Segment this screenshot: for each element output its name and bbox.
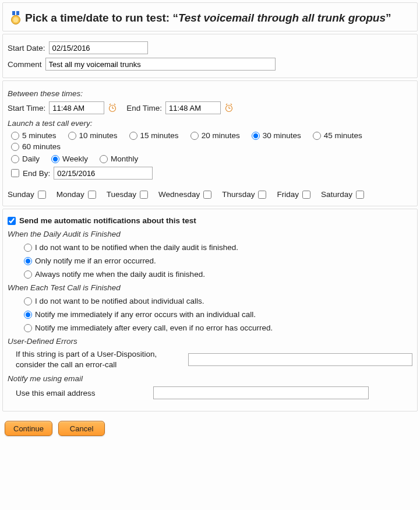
- days-group: Sunday Monday Tuesday Wednesday Thursday…: [8, 190, 412, 199]
- daily-error-radio[interactable]: [24, 257, 32, 265]
- clock-icon[interactable]: [224, 103, 234, 112]
- recur-monthly-radio[interactable]: [100, 155, 108, 163]
- daily-audit-group: I do not want to be notified when the da…: [8, 243, 412, 279]
- day-tuesday-checkbox[interactable]: [140, 191, 148, 199]
- end-by-input[interactable]: [54, 167, 153, 180]
- daily-none-radio[interactable]: [24, 244, 32, 252]
- interval-45-radio[interactable]: [313, 132, 321, 140]
- each-call-heading: When Each Test Call is Finished: [8, 283, 412, 292]
- medal-icon: [10, 11, 22, 25]
- interval-45-label: 45 minutes: [324, 131, 362, 140]
- schedule-panel: Between these times: Start Time: End Tim…: [2, 80, 418, 206]
- page-title: Pick a time/date to run test: “Test voic…: [8, 8, 412, 29]
- interval-5-radio[interactable]: [11, 132, 19, 140]
- call-error-label: Notify me immediately if any error occur…: [35, 310, 256, 319]
- day-thursday-label: Thursday: [222, 190, 255, 199]
- call-none-radio[interactable]: [24, 297, 32, 305]
- comment-input[interactable]: [45, 58, 276, 71]
- daily-always-radio[interactable]: [24, 270, 32, 279]
- title-panel: Pick a time/date to run test: “Test voic…: [2, 2, 418, 31]
- interval-15-radio[interactable]: [129, 132, 137, 140]
- comment-label: Comment: [8, 60, 42, 69]
- interval-10-radio[interactable]: [68, 132, 76, 140]
- svg-rect-1: [16, 11, 19, 15]
- day-saturday-checkbox[interactable]: [356, 191, 364, 199]
- end-time-input[interactable]: [165, 101, 221, 114]
- between-times-label: Between these times:: [8, 89, 412, 98]
- day-friday-label: Friday: [277, 190, 299, 199]
- interval-10-label: 10 minutes: [79, 131, 118, 140]
- day-monday-checkbox[interactable]: [88, 191, 96, 199]
- title-test-name: Test voicemail through all trunk gropus: [178, 12, 386, 24]
- user-error-label: If this string is part of a User-Disposi…: [16, 349, 185, 370]
- end-by-checkbox[interactable]: [11, 169, 19, 177]
- clock-icon[interactable]: [108, 103, 117, 112]
- day-tuesday-label: Tuesday: [107, 190, 136, 199]
- day-saturday-label: Saturday: [321, 190, 352, 199]
- call-always-radio[interactable]: [24, 324, 32, 332]
- interval-60-radio[interactable]: [11, 143, 19, 151]
- cancel-button[interactable]: Cancel: [58, 421, 105, 436]
- recur-group: Daily Weekly Monthly: [8, 154, 412, 163]
- day-sunday-checkbox[interactable]: [38, 191, 46, 199]
- svg-point-3: [13, 17, 19, 23]
- svg-rect-0: [12, 11, 15, 15]
- daily-always-label: Always notify me when the daily audit is…: [35, 270, 205, 279]
- interval-30-radio[interactable]: [252, 132, 260, 140]
- start-date-input[interactable]: [49, 41, 148, 54]
- user-errors-heading: User-Defined Errors: [8, 337, 412, 346]
- continue-button[interactable]: Continue: [5, 421, 52, 436]
- daily-none-label: I do not want to be notified when the da…: [35, 243, 238, 252]
- notify-email-heading: Notify me using email: [8, 374, 412, 383]
- title-quote-open: “: [172, 12, 178, 24]
- email-label: Use this email address: [16, 389, 150, 398]
- title-prefix: Pick a time/date to run test:: [25, 12, 172, 24]
- day-wednesday-checkbox[interactable]: [203, 191, 211, 199]
- notifications-panel: Send me automatic notifications about th…: [2, 209, 418, 411]
- start-panel: Start Date: Comment: [2, 34, 418, 78]
- call-always-label: Notify me immediately after every call, …: [35, 323, 273, 332]
- each-call-group: I do not want to be notified about indiv…: [8, 297, 412, 332]
- interval-20-radio[interactable]: [190, 132, 199, 140]
- launch-every-label: Launch a test call every:: [8, 119, 412, 128]
- interval-30-label: 30 minutes: [263, 131, 301, 140]
- user-error-input[interactable]: [188, 353, 412, 366]
- call-none-label: I do not want to be notified about indiv…: [35, 297, 204, 305]
- day-wednesday-label: Wednesday: [158, 190, 200, 199]
- start-time-label: Start Time:: [8, 104, 45, 112]
- interval-20-label: 20 minutes: [202, 131, 240, 140]
- day-sunday-label: Sunday: [8, 190, 34, 199]
- recur-daily-label: Daily: [22, 154, 40, 163]
- interval-15-label: 15 minutes: [140, 131, 179, 140]
- interval-group: 5 minutes 10 minutes 15 minutes 20 minut…: [8, 131, 412, 151]
- day-friday-checkbox[interactable]: [302, 191, 310, 199]
- send-notifications-checkbox[interactable]: [8, 217, 16, 225]
- daily-error-label: Only notify me if an error occurred.: [35, 256, 156, 265]
- recur-weekly-radio[interactable]: [51, 155, 59, 163]
- daily-audit-heading: When the Daily Audit is Finished: [8, 230, 412, 238]
- interval-60-label: 60 minutes: [22, 142, 61, 151]
- recur-weekly-label: Weekly: [62, 154, 88, 163]
- start-date-label: Start Date:: [8, 44, 45, 52]
- end-time-label: End Time:: [126, 104, 162, 112]
- call-error-radio[interactable]: [24, 311, 32, 319]
- email-input[interactable]: [153, 386, 369, 399]
- day-thursday-checkbox[interactable]: [258, 191, 266, 199]
- start-time-input[interactable]: [49, 101, 104, 114]
- day-monday-label: Monday: [57, 190, 84, 199]
- recur-daily-radio[interactable]: [11, 155, 19, 163]
- send-notifications-label: Send me automatic notifications about th…: [19, 216, 196, 225]
- end-by-label: End By:: [23, 169, 50, 178]
- title-quote-close: ”: [386, 12, 391, 24]
- interval-5-label: 5 minutes: [22, 131, 57, 140]
- footer-buttons: Continue Cancel: [0, 414, 420, 444]
- recur-monthly-label: Monthly: [111, 154, 138, 163]
